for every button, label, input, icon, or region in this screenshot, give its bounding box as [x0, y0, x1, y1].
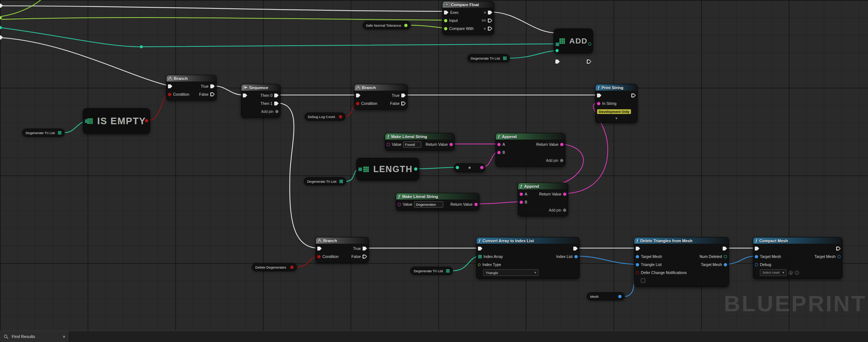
print-string-node[interactable]: ƒ Print String In String Development Onl… — [595, 84, 638, 123]
variable-mesh[interactable]: Mesh — [587, 292, 625, 300]
num-deleted-pin[interactable] — [724, 255, 727, 258]
return-index-pin[interactable] — [588, 42, 591, 46]
target-array-pin[interactable] — [85, 119, 88, 123]
index-list-pin[interactable] — [574, 255, 578, 258]
index-type-pin[interactable] — [478, 263, 481, 266]
defer-checkbox[interactable] — [641, 278, 645, 283]
sequence-node[interactable]: ≫ Sequence Then 0 Then 1 Add pin⊕ — [241, 84, 280, 118]
index-array-pin[interactable] — [478, 255, 482, 258]
expand-node-button[interactable]: ▾ — [596, 115, 637, 121]
exec-false-pin[interactable] — [401, 102, 406, 106]
to-string-conversion-node[interactable] — [454, 163, 485, 172]
target-array-pin[interactable] — [358, 167, 362, 171]
in-string-pin[interactable] — [597, 102, 600, 105]
make-literal-string-node-1[interactable]: ƒ Make Literal String Value Return Value — [385, 133, 455, 151]
int-in-pin[interactable] — [456, 166, 459, 169]
variable-safe-normal-tolerance[interactable]: Safe Normal Tolerance — [363, 21, 411, 29]
exec-in-pin[interactable] — [597, 94, 601, 98]
value-pin[interactable] — [387, 143, 390, 146]
array-length-node[interactable]: LENGTH — [356, 158, 419, 180]
bool-out-pin[interactable] — [290, 266, 294, 269]
length-out-pin[interactable] — [414, 167, 417, 171]
compact-mesh-node[interactable]: ƒ Compact Mesh Target Mesh Target Mesh D… — [753, 237, 842, 279]
array-add-node[interactable]: ADD — [554, 28, 593, 53]
find-results-tab[interactable]: Find Results × — [0, 331, 69, 342]
return-value-pin[interactable] — [474, 203, 478, 206]
reroute-junction[interactable] — [140, 45, 143, 48]
browse-asset-icon[interactable]: ⌕ — [795, 271, 799, 275]
value-pin[interactable] — [398, 203, 401, 206]
return-value-pin[interactable] — [450, 143, 453, 146]
array-out-pin[interactable] — [58, 131, 61, 134]
compare-float-node[interactable]: M Compare Float Exec > Input == Compare … — [442, 1, 494, 35]
exec-out-pin[interactable] — [723, 247, 727, 251]
target-mesh-pin[interactable] — [636, 255, 639, 258]
append-node-2[interactable]: ƒ Append A Return Value B Add pin⊕ — [518, 183, 568, 216]
exec-in-pin[interactable] — [168, 84, 172, 88]
a-pin[interactable] — [520, 193, 523, 196]
exec-then1-pin[interactable] — [274, 102, 279, 106]
blueprint-canvas[interactable]: M Compare Float Exec > Input == Compare … — [0, 0, 868, 342]
return-value-pin[interactable] — [560, 143, 563, 146]
exec-in-pin[interactable] — [636, 247, 640, 251]
object-out-pin[interactable] — [618, 295, 622, 298]
exec-gt-pin[interactable] — [488, 11, 492, 15]
make-literal-string-node-2[interactable]: ƒ Make Literal String Value Return Value — [396, 193, 479, 210]
triangle-list-pin[interactable] — [636, 263, 639, 266]
condition-pin[interactable] — [168, 93, 171, 96]
new-item-pin[interactable] — [555, 49, 559, 52]
append-node-1[interactable]: ƒ Append A Return Value B Add pin⊕ — [496, 133, 565, 167]
exec-in-pin[interactable] — [444, 11, 448, 15]
input-pin[interactable] — [444, 19, 447, 22]
exec-in-pin[interactable] — [755, 247, 759, 251]
array-is-empty-node[interactable]: IS EMPTY — [83, 108, 150, 134]
array-out-pin[interactable] — [503, 56, 506, 60]
exec-true-pin[interactable] — [210, 84, 215, 88]
branch-node-3[interactable]: Branch True Condition False — [316, 237, 369, 263]
add-pin-button[interactable]: Add pin⊕ — [261, 109, 279, 114]
exec-in-pin[interactable] — [478, 247, 482, 251]
b-pin[interactable] — [497, 151, 501, 154]
branch-node-2[interactable]: Branch True Condition False — [354, 84, 408, 110]
variable-delete-degenerates[interactable]: Delete Degenerates — [252, 263, 297, 271]
target-array-pin[interactable] — [555, 42, 559, 46]
condition-pin[interactable] — [356, 102, 359, 105]
exec-out-pin[interactable] — [836, 247, 841, 251]
array-out-pin[interactable] — [446, 269, 450, 273]
exec-out-pin[interactable] — [573, 247, 578, 251]
return-value-pin[interactable] — [563, 193, 566, 196]
target-mesh-pin[interactable] — [755, 255, 758, 258]
variable-degenerate-tri-list[interactable]: Degenerate Tri List — [467, 54, 510, 62]
compare-with-pin[interactable] — [444, 27, 447, 30]
variable-degenerate-tri-list[interactable]: Degenerate Tri List — [22, 129, 65, 137]
variable-degenerate-tri-list[interactable]: Degenerate Tri List — [410, 267, 453, 275]
variable-degenerate-tri-list[interactable]: Degenerate Tri List — [304, 177, 346, 185]
branch-node-1[interactable]: Branch True Condition False — [166, 75, 217, 100]
exec-in-pin[interactable] — [243, 94, 247, 98]
add-pin-button[interactable]: Add pin⊕ — [546, 158, 563, 163]
exec-in-pin[interactable] — [317, 247, 322, 251]
bool-out-pin[interactable] — [145, 119, 148, 122]
exec-true-pin[interactable] — [363, 247, 367, 251]
value-input[interactable] — [414, 201, 443, 208]
string-out-pin[interactable] — [480, 166, 483, 169]
array-out-pin[interactable] — [339, 179, 343, 183]
bool-out-pin[interactable] — [339, 115, 342, 118]
exec-then0-pin[interactable] — [274, 94, 279, 98]
target-mesh-out-pin[interactable] — [724, 263, 727, 266]
exec-true-pin[interactable] — [401, 94, 406, 98]
exec-false-pin[interactable] — [363, 255, 367, 259]
defer-change-notifications-pin[interactable] — [636, 271, 639, 274]
use-selected-asset-icon[interactable]: ● — [789, 271, 793, 275]
exec-out-pin[interactable] — [631, 94, 636, 98]
b-pin[interactable] — [520, 201, 523, 204]
close-icon[interactable]: × — [62, 334, 65, 339]
index-type-dropdown[interactable]: Triangle▾ — [483, 269, 539, 276]
select-asset-dropdown[interactable]: Select Asset▾ — [760, 269, 787, 276]
float-out-pin[interactable] — [404, 24, 408, 27]
value-input[interactable] — [403, 141, 421, 148]
exec-false-pin[interactable] — [210, 92, 215, 96]
delete-triangles-from-mesh-node[interactable]: ƒ Delete Triangles from Mesh Target Mesh… — [634, 237, 729, 287]
debug-pin[interactable] — [755, 263, 758, 266]
target-mesh-out-pin[interactable] — [837, 255, 841, 258]
